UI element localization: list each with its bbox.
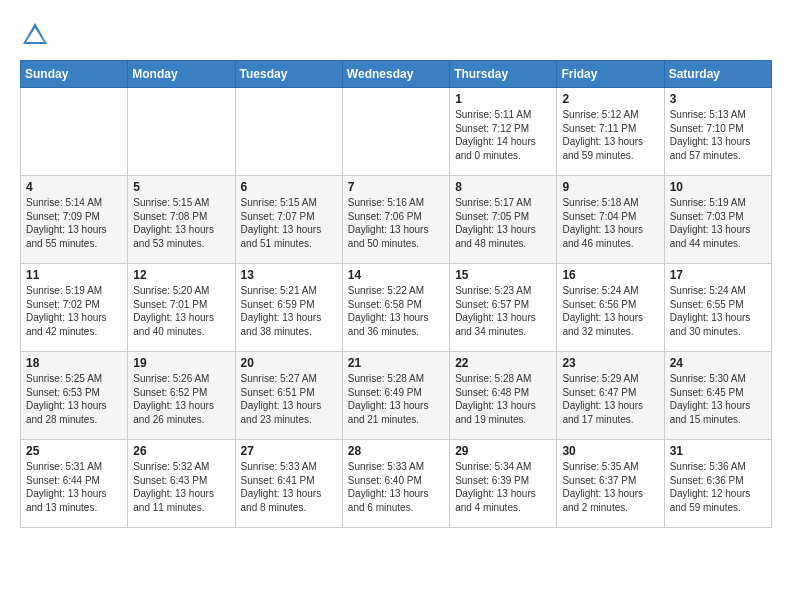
day-info: Sunrise: 5:35 AM Sunset: 6:37 PM Dayligh… [562,460,658,514]
day-info: Sunrise: 5:33 AM Sunset: 6:41 PM Dayligh… [241,460,337,514]
weekday-header-thursday: Thursday [450,61,557,88]
weekday-header-sunday: Sunday [21,61,128,88]
day-number: 21 [348,356,444,370]
calendar-cell: 26Sunrise: 5:32 AM Sunset: 6:43 PM Dayli… [128,440,235,528]
calendar-cell [235,88,342,176]
day-info: Sunrise: 5:34 AM Sunset: 6:39 PM Dayligh… [455,460,551,514]
week-row-5: 25Sunrise: 5:31 AM Sunset: 6:44 PM Dayli… [21,440,772,528]
day-number: 3 [670,92,766,106]
calendar-cell: 12Sunrise: 5:20 AM Sunset: 7:01 PM Dayli… [128,264,235,352]
weekday-header-monday: Monday [128,61,235,88]
day-info: Sunrise: 5:36 AM Sunset: 6:36 PM Dayligh… [670,460,766,514]
day-info: Sunrise: 5:15 AM Sunset: 7:07 PM Dayligh… [241,196,337,250]
weekday-header-saturday: Saturday [664,61,771,88]
calendar-body: 1Sunrise: 5:11 AM Sunset: 7:12 PM Daylig… [21,88,772,528]
day-number: 25 [26,444,122,458]
calendar-table: SundayMondayTuesdayWednesdayThursdayFrid… [20,60,772,528]
day-info: Sunrise: 5:33 AM Sunset: 6:40 PM Dayligh… [348,460,444,514]
day-info: Sunrise: 5:22 AM Sunset: 6:58 PM Dayligh… [348,284,444,338]
calendar-cell: 9Sunrise: 5:18 AM Sunset: 7:04 PM Daylig… [557,176,664,264]
week-row-4: 18Sunrise: 5:25 AM Sunset: 6:53 PM Dayli… [21,352,772,440]
calendar-cell: 7Sunrise: 5:16 AM Sunset: 7:06 PM Daylig… [342,176,449,264]
day-number: 15 [455,268,551,282]
day-info: Sunrise: 5:30 AM Sunset: 6:45 PM Dayligh… [670,372,766,426]
calendar-cell: 15Sunrise: 5:23 AM Sunset: 6:57 PM Dayli… [450,264,557,352]
day-info: Sunrise: 5:20 AM Sunset: 7:01 PM Dayligh… [133,284,229,338]
day-number: 7 [348,180,444,194]
calendar-cell: 1Sunrise: 5:11 AM Sunset: 7:12 PM Daylig… [450,88,557,176]
calendar-cell [21,88,128,176]
calendar-cell: 25Sunrise: 5:31 AM Sunset: 6:44 PM Dayli… [21,440,128,528]
calendar-cell: 20Sunrise: 5:27 AM Sunset: 6:51 PM Dayli… [235,352,342,440]
calendar-cell: 27Sunrise: 5:33 AM Sunset: 6:41 PM Dayli… [235,440,342,528]
day-number: 12 [133,268,229,282]
day-info: Sunrise: 5:14 AM Sunset: 7:09 PM Dayligh… [26,196,122,250]
calendar-header: SundayMondayTuesdayWednesdayThursdayFrid… [21,61,772,88]
day-number: 22 [455,356,551,370]
day-number: 28 [348,444,444,458]
logo-icon [20,20,50,50]
day-number: 2 [562,92,658,106]
day-number: 23 [562,356,658,370]
calendar-cell: 21Sunrise: 5:28 AM Sunset: 6:49 PM Dayli… [342,352,449,440]
calendar-cell: 8Sunrise: 5:17 AM Sunset: 7:05 PM Daylig… [450,176,557,264]
day-info: Sunrise: 5:26 AM Sunset: 6:52 PM Dayligh… [133,372,229,426]
calendar-cell [342,88,449,176]
day-info: Sunrise: 5:25 AM Sunset: 6:53 PM Dayligh… [26,372,122,426]
calendar-cell: 11Sunrise: 5:19 AM Sunset: 7:02 PM Dayli… [21,264,128,352]
day-info: Sunrise: 5:15 AM Sunset: 7:08 PM Dayligh… [133,196,229,250]
calendar-cell: 29Sunrise: 5:34 AM Sunset: 6:39 PM Dayli… [450,440,557,528]
calendar-cell: 24Sunrise: 5:30 AM Sunset: 6:45 PM Dayli… [664,352,771,440]
day-info: Sunrise: 5:19 AM Sunset: 7:03 PM Dayligh… [670,196,766,250]
day-number: 4 [26,180,122,194]
calendar-cell: 14Sunrise: 5:22 AM Sunset: 6:58 PM Dayli… [342,264,449,352]
day-number: 11 [26,268,122,282]
day-number: 27 [241,444,337,458]
calendar-cell: 2Sunrise: 5:12 AM Sunset: 7:11 PM Daylig… [557,88,664,176]
day-number: 29 [455,444,551,458]
day-number: 16 [562,268,658,282]
day-number: 20 [241,356,337,370]
calendar-cell: 31Sunrise: 5:36 AM Sunset: 6:36 PM Dayli… [664,440,771,528]
calendar-cell: 18Sunrise: 5:25 AM Sunset: 6:53 PM Dayli… [21,352,128,440]
day-number: 6 [241,180,337,194]
day-info: Sunrise: 5:28 AM Sunset: 6:48 PM Dayligh… [455,372,551,426]
day-info: Sunrise: 5:16 AM Sunset: 7:06 PM Dayligh… [348,196,444,250]
day-number: 31 [670,444,766,458]
day-info: Sunrise: 5:29 AM Sunset: 6:47 PM Dayligh… [562,372,658,426]
calendar-cell: 23Sunrise: 5:29 AM Sunset: 6:47 PM Dayli… [557,352,664,440]
day-number: 8 [455,180,551,194]
day-number: 5 [133,180,229,194]
calendar-cell: 16Sunrise: 5:24 AM Sunset: 6:56 PM Dayli… [557,264,664,352]
day-number: 19 [133,356,229,370]
week-row-1: 1Sunrise: 5:11 AM Sunset: 7:12 PM Daylig… [21,88,772,176]
calendar-cell: 5Sunrise: 5:15 AM Sunset: 7:08 PM Daylig… [128,176,235,264]
logo [20,20,54,50]
week-row-2: 4Sunrise: 5:14 AM Sunset: 7:09 PM Daylig… [21,176,772,264]
day-number: 10 [670,180,766,194]
calendar-cell: 13Sunrise: 5:21 AM Sunset: 6:59 PM Dayli… [235,264,342,352]
day-number: 30 [562,444,658,458]
day-info: Sunrise: 5:12 AM Sunset: 7:11 PM Dayligh… [562,108,658,162]
calendar-cell: 22Sunrise: 5:28 AM Sunset: 6:48 PM Dayli… [450,352,557,440]
day-info: Sunrise: 5:17 AM Sunset: 7:05 PM Dayligh… [455,196,551,250]
day-number: 26 [133,444,229,458]
calendar-cell: 6Sunrise: 5:15 AM Sunset: 7:07 PM Daylig… [235,176,342,264]
day-info: Sunrise: 5:23 AM Sunset: 6:57 PM Dayligh… [455,284,551,338]
day-number: 18 [26,356,122,370]
day-number: 1 [455,92,551,106]
week-row-3: 11Sunrise: 5:19 AM Sunset: 7:02 PM Dayli… [21,264,772,352]
weekday-row: SundayMondayTuesdayWednesdayThursdayFrid… [21,61,772,88]
day-info: Sunrise: 5:31 AM Sunset: 6:44 PM Dayligh… [26,460,122,514]
day-info: Sunrise: 5:19 AM Sunset: 7:02 PM Dayligh… [26,284,122,338]
weekday-header-friday: Friday [557,61,664,88]
day-info: Sunrise: 5:28 AM Sunset: 6:49 PM Dayligh… [348,372,444,426]
day-info: Sunrise: 5:13 AM Sunset: 7:10 PM Dayligh… [670,108,766,162]
day-info: Sunrise: 5:27 AM Sunset: 6:51 PM Dayligh… [241,372,337,426]
day-info: Sunrise: 5:18 AM Sunset: 7:04 PM Dayligh… [562,196,658,250]
calendar-cell [128,88,235,176]
day-info: Sunrise: 5:21 AM Sunset: 6:59 PM Dayligh… [241,284,337,338]
calendar-cell: 10Sunrise: 5:19 AM Sunset: 7:03 PM Dayli… [664,176,771,264]
calendar-cell: 3Sunrise: 5:13 AM Sunset: 7:10 PM Daylig… [664,88,771,176]
page-header [20,20,772,50]
